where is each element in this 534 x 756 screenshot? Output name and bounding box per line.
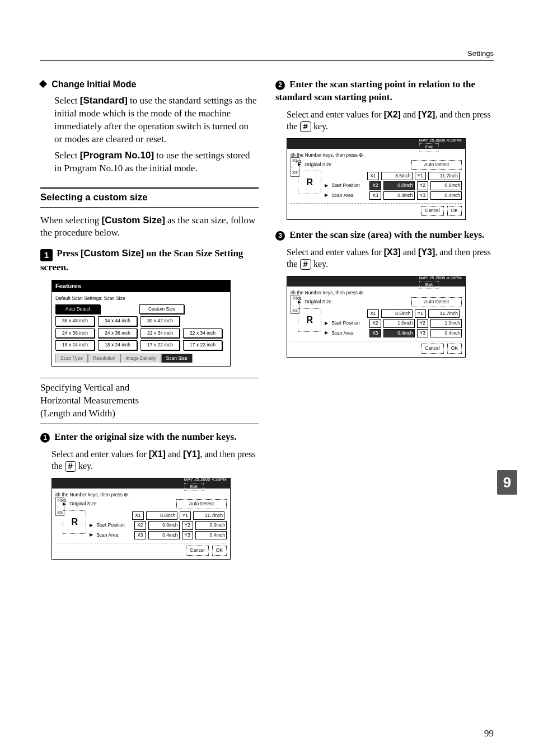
substep-2-desc: Select and enter values for [X2] and [Y2… bbox=[275, 109, 494, 133]
size-btn[interactable]: 22 x 34 inch bbox=[140, 328, 180, 338]
clock-text: MAY 25.2005 4:36PM bbox=[419, 275, 462, 280]
y2-label[interactable]: Y2 bbox=[417, 319, 428, 327]
chapter-tab: 9 bbox=[497, 470, 517, 495]
custom-size-heading: Selecting a custom size bbox=[40, 187, 259, 208]
x2-label[interactable]: X2 bbox=[369, 319, 381, 327]
y3-label[interactable]: Y3 bbox=[417, 191, 428, 200]
y2-value: 0.0inch bbox=[195, 521, 227, 529]
exit-button[interactable]: Exit bbox=[184, 483, 204, 491]
x1-label[interactable]: X1 bbox=[132, 511, 143, 520]
size-btn[interactable]: 17 x 22 inch bbox=[183, 340, 222, 350]
change-mode-para1: Select [Standard] to use the standard se… bbox=[54, 95, 259, 146]
cancel-button[interactable]: Cancel bbox=[421, 206, 443, 215]
substep-3-title: Enter the scan size (area) with the numb… bbox=[289, 229, 484, 240]
y3-label[interactable]: Y3 bbox=[417, 329, 428, 337]
standard-ref: [Standard] bbox=[80, 95, 128, 106]
size-btn[interactable]: 34 x 44 inch bbox=[98, 316, 137, 326]
page-number: 99 bbox=[484, 728, 494, 739]
y1-label[interactable]: Y1 bbox=[415, 172, 426, 180]
substep-3-badge: 3 bbox=[275, 231, 285, 241]
program-ref: [Program No.10] bbox=[80, 150, 154, 161]
x3-value: 0.4inch bbox=[383, 329, 415, 337]
y1-value: 11.7inch bbox=[193, 511, 224, 520]
btn-custom-size[interactable]: Custom Size bbox=[139, 304, 184, 314]
tab-scan-size[interactable]: Scan Size bbox=[161, 354, 193, 363]
size-btn[interactable]: 24 x 36 inch bbox=[55, 328, 95, 338]
x3-value: 0.4inch bbox=[383, 191, 415, 200]
ok-button[interactable]: OK bbox=[212, 546, 227, 555]
x1-label[interactable]: X1 bbox=[367, 309, 378, 318]
y2-value: 1.0inch bbox=[430, 319, 462, 327]
size-btn[interactable]: 18 x 24 inch bbox=[98, 340, 137, 350]
y1-value: 11.7inch bbox=[428, 172, 460, 180]
hash-key-icon: # bbox=[65, 461, 76, 472]
x2-label[interactable]: X2 bbox=[369, 181, 381, 190]
header-rule bbox=[40, 60, 494, 61]
screenshot-scanarea: MAY 25.2005 4:36PM Exit ith the Number k… bbox=[287, 276, 494, 358]
size-btn[interactable]: 17 x 22 inch bbox=[140, 340, 180, 350]
ok-button[interactable]: OK bbox=[447, 206, 462, 215]
x1-label[interactable]: X1 bbox=[367, 172, 378, 180]
x1-value: 8.5inch bbox=[146, 511, 177, 520]
y3-value: 0.4inch bbox=[430, 191, 462, 200]
substep-3-desc: Select and enter values for [X3] and [Y3… bbox=[275, 246, 494, 270]
tab-resolution[interactable]: Resolution bbox=[88, 354, 120, 363]
screenshot-features: Features Default Scan Settings: Scan Siz… bbox=[51, 280, 259, 367]
cancel-button[interactable]: Cancel bbox=[421, 344, 443, 353]
size-btn[interactable]: 36 x 48 inch bbox=[55, 316, 95, 326]
hash-key-icon: # bbox=[300, 121, 311, 132]
x2-label[interactable]: X2 bbox=[134, 521, 146, 529]
size-btn[interactable]: 18 x 24 inch bbox=[55, 340, 95, 350]
hint-text: ith the Number keys, then press ⊕. bbox=[291, 290, 462, 296]
y2-label[interactable]: Y2 bbox=[182, 521, 193, 529]
r-diagram-icon: R bbox=[298, 171, 321, 194]
change-mode-para2: Select [Program No.10] to use the settin… bbox=[54, 149, 259, 175]
substep-1-badge: 1 bbox=[40, 433, 50, 443]
substep-1-desc: Select and enter values for [X1] and [Y1… bbox=[40, 448, 259, 472]
tab-scan-type[interactable]: Scan Type bbox=[55, 354, 88, 363]
y1-label[interactable]: Y1 bbox=[415, 309, 426, 318]
hash-key-icon: # bbox=[300, 259, 311, 270]
substep-1-title: Enter the original size with the number … bbox=[54, 431, 236, 442]
btn-auto-detect[interactable]: Auto Detect bbox=[411, 297, 462, 307]
ok-button[interactable]: OK bbox=[447, 344, 462, 353]
screenshot-startposition: MAY 25.2005 4:36PM Exit ith the Number k… bbox=[287, 138, 494, 220]
size-btn[interactable]: 22 x 34 inch bbox=[183, 328, 222, 338]
x3-value: 0.4inch bbox=[148, 531, 180, 539]
btn-auto-detect[interactable]: Auto Detect bbox=[176, 499, 227, 509]
step-1-badge: 1 bbox=[40, 249, 53, 261]
btn-auto-detect[interactable]: Auto Detect bbox=[55, 304, 100, 314]
cancel-button[interactable]: Cancel bbox=[186, 546, 208, 555]
size-btn[interactable]: 24 x 36 inch bbox=[98, 328, 137, 338]
btn-auto-detect[interactable]: Auto Detect bbox=[411, 160, 462, 170]
y2-label[interactable]: Y2 bbox=[417, 181, 428, 190]
step-1-text: Press [Custom Size] on the Scan Size Set… bbox=[40, 248, 243, 273]
left-column: Change Initial Mode Select [Standard] to… bbox=[40, 78, 259, 569]
y2-value: 0.0inch bbox=[430, 181, 462, 190]
x3-label[interactable]: X3 bbox=[134, 531, 146, 539]
header-section: Settings bbox=[467, 49, 494, 58]
substep-2-title: Enter the scan starting point in relatio… bbox=[275, 79, 475, 102]
r-diagram-icon: R bbox=[298, 308, 321, 332]
y3-value: 0.4inch bbox=[430, 329, 462, 337]
x3-label[interactable]: X3 bbox=[369, 191, 381, 200]
hint-text: ith the Number keys, then press ⊕. bbox=[291, 152, 462, 158]
size-btn[interactable]: 30 x 42 inch bbox=[140, 316, 180, 326]
features-title: Features bbox=[52, 280, 230, 292]
r-diagram-icon: R bbox=[63, 510, 86, 534]
y3-value: 0.4inch bbox=[195, 531, 227, 539]
diamond-bullet-icon bbox=[39, 80, 47, 88]
y1-label[interactable]: Y1 bbox=[180, 511, 191, 520]
exit-button[interactable]: Exit bbox=[419, 143, 439, 152]
exit-button[interactable]: Exit bbox=[419, 281, 439, 289]
change-mode-title: Change Initial Mode bbox=[51, 79, 136, 89]
x2-value: 0.0inch bbox=[148, 521, 180, 529]
substep-2-badge: 2 bbox=[275, 81, 285, 90]
clock-text: MAY 25.2005 4:36PM bbox=[419, 138, 462, 143]
tab-image-density[interactable]: Image Density bbox=[120, 354, 161, 363]
y3-label[interactable]: Y3 bbox=[182, 531, 193, 539]
x3-label[interactable]: X3 bbox=[369, 329, 381, 337]
x2-value: 1.0inch bbox=[383, 319, 415, 327]
screenshot-originalsize: MAY 25.2005 4:36PM Exit ith the Number k… bbox=[51, 478, 259, 560]
spec-vh-heading: Specifying Vertical and Horizontal Measu… bbox=[40, 378, 259, 424]
